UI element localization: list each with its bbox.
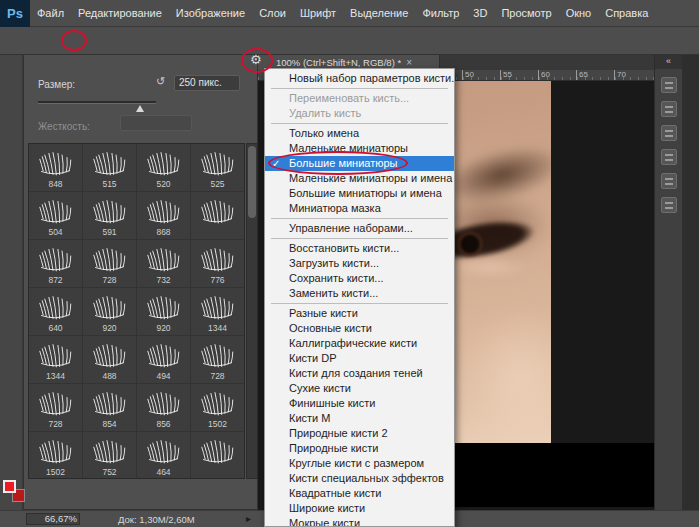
brush-size-label: 868 [156, 227, 170, 237]
context-menu-item[interactable]: ✓ Управление наборами... [265, 221, 454, 236]
brush-preset[interactable]: 1344 [29, 336, 83, 384]
menu-item[interactable]: Окно [559, 0, 599, 26]
brush-preset[interactable]: 872 [29, 240, 83, 288]
context-menu-item[interactable]: ✓ Кисти специальных эффектов [265, 471, 454, 486]
context-menu-item[interactable]: ✓ [271, 88, 448, 89]
menu-bar: Ps ФайлРедактированиеИзображениеСлоиШриф… [0, 0, 699, 27]
context-menu-item[interactable]: ✓ Только имена [265, 126, 454, 141]
context-menu-item[interactable]: ✓ [271, 303, 448, 304]
brush-preset[interactable] [191, 432, 245, 479]
menu-item[interactable]: Файл [30, 0, 71, 26]
context-menu-item[interactable]: ✓ Основные кисти [265, 321, 454, 336]
dock-panel-icon-1[interactable] [661, 77, 677, 93]
scrollbar-thumb[interactable] [248, 146, 256, 218]
menu-item[interactable]: Редактирование [71, 0, 169, 26]
brush-size-label: 732 [156, 275, 170, 285]
context-menu-item[interactable]: ✓ Удалить кисть [265, 106, 454, 121]
menu-item[interactable]: Шрифт [293, 0, 343, 26]
context-menu-item[interactable]: ✓ Природные кисти [265, 441, 454, 456]
brush-preset[interactable]: 854 [83, 384, 137, 432]
brush-preset[interactable]: 868 [137, 192, 191, 240]
brush-preset[interactable]: 488 [83, 336, 137, 384]
reset-size-icon[interactable]: ↺ [156, 75, 165, 88]
eyelash-brush-thumbnail [39, 242, 72, 275]
context-menu-item[interactable]: ✓ Мокрые кисти [265, 516, 454, 527]
menu-item[interactable]: Фильтр [415, 0, 466, 26]
brush-preset[interactable]: 728 [83, 240, 137, 288]
brush-preset[interactable]: 920 [83, 288, 137, 336]
brush-preset[interactable]: 494 [137, 336, 191, 384]
brush-preset[interactable]: 525 [191, 144, 245, 192]
context-menu-item[interactable]: ✓ Природные кисти 2 [265, 426, 454, 441]
size-slider-track[interactable] [38, 101, 156, 104]
brush-preset[interactable]: 728 [29, 384, 83, 432]
context-menu-item[interactable]: ✓ Каллиграфические кисти [265, 336, 454, 351]
brush-preset[interactable]: 728 [191, 336, 245, 384]
context-menu-item[interactable]: ✓ Маленькие миниатюры и имена [265, 171, 454, 186]
menu-item[interactable]: Выделение [343, 0, 415, 26]
brush-preset[interactable]: 776 [191, 240, 245, 288]
context-menu-item[interactable]: ✓ [271, 123, 448, 124]
context-menu-item[interactable]: ✓ Большие миниатюры и имена [265, 186, 454, 201]
menu-item[interactable]: Просмотр [494, 0, 558, 26]
dock-panel-icon-3[interactable] [661, 125, 677, 141]
dock-collapse-icon[interactable]: « [655, 55, 682, 69]
brush-preset[interactable]: 1502 [29, 432, 83, 479]
brush-preset[interactable]: 848 [29, 144, 83, 192]
menu-item[interactable]: Справка [598, 0, 655, 26]
context-menu-item[interactable]: ✓ Финишные кисти [265, 396, 454, 411]
context-menu-item[interactable]: ✓ Восстановить кисти... [265, 241, 454, 256]
tab-close-icon[interactable]: × [406, 57, 412, 68]
context-menu-item[interactable]: ✓ Сухие кисти [265, 381, 454, 396]
dock-panel-icon-4[interactable] [661, 149, 677, 165]
brush-preset[interactable]: 591 [83, 192, 137, 240]
context-menu-item[interactable]: ✓ Квадратные кисти [265, 486, 454, 501]
panel-menu-gear-icon[interactable]: ⚙ [250, 52, 262, 67]
dock-panel-icon-5[interactable] [661, 173, 677, 189]
brush-preset[interactable]: 1502 [191, 384, 245, 432]
brush-preset[interactable]: 640 [29, 288, 83, 336]
size-slider-thumb[interactable] [136, 105, 144, 112]
size-value-box[interactable]: 250 пикс. [174, 75, 240, 91]
brush-preset[interactable]: 515 [83, 144, 137, 192]
brush-preset[interactable]: 920 [137, 288, 191, 336]
context-menu-item[interactable]: ✓ Заменить кисти... [265, 286, 454, 301]
context-menu-item[interactable]: ✓ Маленькие миниатюры [265, 141, 454, 156]
brush-grid-scrollbar[interactable] [246, 143, 258, 479]
context-menu-item[interactable]: ✓ Кисти M [265, 411, 454, 426]
brush-preset[interactable]: 504 [29, 192, 83, 240]
brush-size-label: 525 [210, 179, 224, 189]
context-menu-item[interactable]: ✓ Разные кисти [265, 306, 454, 321]
context-menu-item[interactable]: ✓ Новый набор параметров кисти... [265, 71, 454, 86]
check-icon: ✓ [272, 156, 284, 171]
brush-preset[interactable]: 520 [137, 144, 191, 192]
brush-preset[interactable]: 464 [137, 432, 191, 479]
context-menu-item[interactable]: ✓ Загрузить кисти... [265, 256, 454, 271]
status-popup-arrow-icon[interactable]: ▸ [246, 513, 251, 524]
context-menu-item[interactable]: ✓ Широкие кисти [265, 501, 454, 516]
brush-preset[interactable]: 752 [83, 432, 137, 479]
context-menu-item[interactable]: ✓ Переименовать кисть... [265, 91, 454, 106]
context-menu-item[interactable]: ✓ Круглые кисти с размером [265, 456, 454, 471]
menu-item[interactable]: 3D [466, 0, 494, 26]
eyelash-brush-thumbnail [39, 194, 72, 227]
brush-preset[interactable]: 1344 [191, 288, 245, 336]
dock-panel-icon-2[interactable] [661, 101, 677, 117]
lower-lid-highlight [455, 257, 531, 277]
context-menu-item[interactable]: ✓ Кисти для создания теней [265, 366, 454, 381]
dock-panel-icon-6[interactable] [661, 197, 677, 213]
context-menu-item[interactable]: ✓ [271, 238, 448, 239]
zoom-level-field[interactable]: 66,67% [26, 513, 80, 525]
foreground-color-swatch[interactable] [3, 480, 16, 493]
context-menu-item[interactable]: ✓ [271, 218, 448, 219]
brush-preset[interactable]: 732 [137, 240, 191, 288]
context-menu-item[interactable]: ✓ Миниатюра мазка [265, 201, 454, 216]
brush-preset[interactable] [191, 192, 245, 240]
menu-item[interactable]: Слои [252, 0, 293, 26]
menu-item[interactable]: Изображение [169, 0, 252, 26]
eye-photo[interactable] [455, 81, 551, 443]
context-menu-item[interactable]: ✓ Кисти DP [265, 351, 454, 366]
context-menu-item[interactable]: ✓ Сохранить кисти... [265, 271, 454, 286]
brush-preset[interactable]: 856 [137, 384, 191, 432]
context-menu-item[interactable]: ✓ Большие миниатюры [265, 156, 454, 171]
